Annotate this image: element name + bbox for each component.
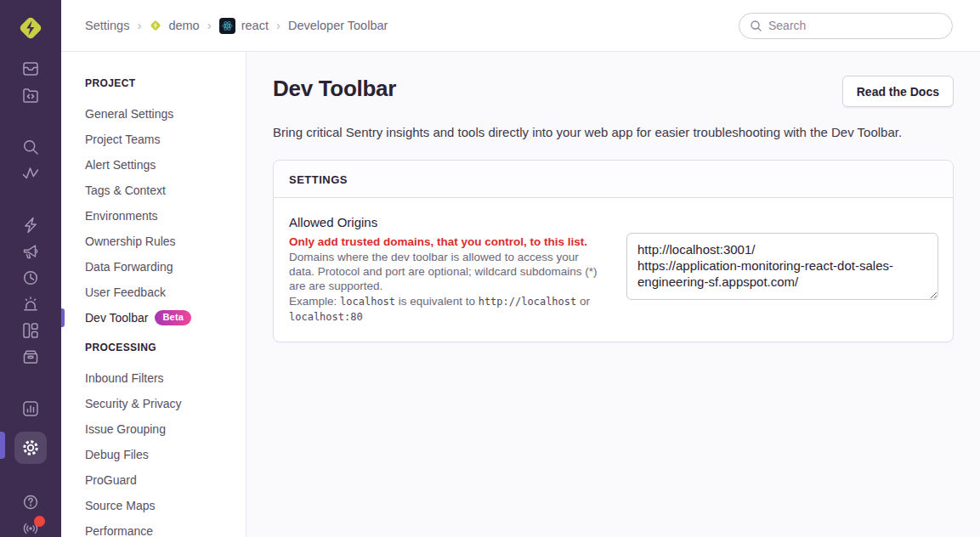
- allowed-origins-textarea[interactable]: http://localhost:3001/ https://applicati…: [626, 233, 938, 300]
- breadcrumb-settings-label: Settings: [85, 19, 129, 32]
- nav-section-project-title: PROJECT: [85, 77, 246, 89]
- breadcrumb-project-label: react: [241, 19, 269, 32]
- notification-dot: [34, 516, 45, 527]
- nav-item-tags-context[interactable]: Tags & Context: [85, 178, 246, 203]
- page-title: Dev Toolbar: [273, 76, 396, 102]
- help-circle-icon[interactable]: [14, 489, 47, 515]
- example-label: Example:: [289, 295, 337, 308]
- explore-search-icon[interactable]: [14, 133, 47, 160]
- alerts-siren-icon[interactable]: [14, 291, 47, 317]
- chevron-right-icon: ›: [207, 19, 212, 31]
- lightning-icon[interactable]: [14, 212, 47, 238]
- nav-item-general-settings[interactable]: General Settings: [85, 101, 246, 127]
- breadcrumb-current-page: Developer Toolbar: [288, 19, 388, 32]
- nav-item-source-maps[interactable]: Source Maps: [85, 493, 246, 518]
- react-platform-icon: [219, 18, 235, 34]
- example-code-localhost: localhost: [340, 296, 395, 308]
- history-clock-icon[interactable]: [14, 264, 47, 291]
- nav-section-processing-title: PROCESSING: [85, 342, 246, 353]
- archive-box-icon[interactable]: [14, 343, 47, 370]
- nav-item-alert-settings[interactable]: Alert Settings: [85, 152, 246, 178]
- breadcrumb: Settings › demo › react › Develo: [85, 18, 388, 34]
- nav-item-project-teams[interactable]: Project Teams: [85, 127, 246, 152]
- nav-item-debug-files[interactable]: Debug Files: [85, 442, 246, 467]
- whats-new-broadcast-icon[interactable]: [14, 515, 47, 537]
- breadcrumb-page-label: Developer Toolbar: [288, 19, 388, 32]
- example-code-localhost-80: localhost:80: [289, 311, 363, 323]
- nav-item-data-forwarding[interactable]: Data Forwarding: [85, 254, 246, 280]
- example-text: is equivalent to: [399, 295, 475, 308]
- nav-item-ownership-rules[interactable]: Ownership Rules: [85, 229, 246, 254]
- nav-item-performance[interactable]: Performance: [85, 518, 246, 537]
- allowed-origins-help: Domains where the dev toolbar is allowed…: [289, 250, 601, 293]
- allowed-origins-example: Example: localhost is equivalent to http…: [289, 294, 601, 325]
- nav-item-environments[interactable]: Environments: [85, 203, 246, 229]
- settings-gear-active-bg: [14, 432, 47, 464]
- org-diamond-icon: [149, 19, 162, 32]
- settings-gear-icon[interactable]: [14, 429, 47, 466]
- settings-panel-header: SETTINGS: [274, 161, 953, 198]
- settings-panel: SETTINGS Allowed Origins Only add truste…: [273, 160, 954, 342]
- allowed-origins-field: Allowed Origins Only add trusted domains…: [274, 198, 953, 342]
- nav-item-dev-toolbar-label: Dev Toolbar: [85, 311, 148, 325]
- top-header: Settings › demo › react › Develo: [61, 0, 980, 52]
- dashboards-grid-icon[interactable]: [14, 317, 47, 343]
- breadcrumb-org[interactable]: demo: [149, 19, 199, 32]
- sidebar-active-indicator: [0, 432, 5, 459]
- primary-sidebar: [0, 0, 61, 537]
- projects-code-folder-icon[interactable]: [14, 82, 47, 108]
- search-box[interactable]: [739, 13, 953, 39]
- nav-item-proguard[interactable]: ProGuard: [85, 467, 246, 493]
- settings-nav: PROJECT General Settings Project Teams A…: [61, 52, 246, 537]
- example-or: or: [580, 295, 590, 308]
- main-content: Dev Toolbar Read the Docs Bring critical…: [246, 52, 980, 537]
- read-the-docs-button[interactable]: Read the Docs: [842, 76, 954, 107]
- traces-line-icon[interactable]: [14, 160, 47, 186]
- chevron-right-icon: ›: [276, 19, 280, 31]
- page-description: Bring critical Sentry insights and tools…: [273, 125, 954, 139]
- breadcrumb-org-label: demo: [168, 19, 199, 32]
- breadcrumb-project[interactable]: react: [219, 18, 269, 34]
- beta-badge: Beta: [155, 310, 191, 325]
- sentry-logo[interactable]: [15, 0, 46, 55]
- breadcrumb-settings[interactable]: Settings: [85, 19, 129, 32]
- nav-item-user-feedback[interactable]: User Feedback: [85, 280, 246, 305]
- nav-item-inbound-filters[interactable]: Inbound Filters: [85, 365, 246, 391]
- stats-bar-chart-icon[interactable]: [14, 395, 47, 421]
- feedback-megaphone-icon[interactable]: [14, 238, 47, 264]
- nav-item-issue-grouping[interactable]: Issue Grouping: [85, 416, 246, 442]
- chevron-right-icon: ›: [137, 19, 141, 31]
- example-code-http-localhost: http://localhost: [479, 296, 577, 308]
- allowed-origins-warning: Only add trusted domains, that you contr…: [289, 235, 601, 249]
- nav-item-security-privacy[interactable]: Security & Privacy: [85, 391, 246, 416]
- issues-icon[interactable]: [14, 55, 47, 82]
- allowed-origins-label: Allowed Origins: [289, 215, 601, 229]
- search-input[interactable]: [768, 19, 942, 32]
- nav-item-dev-toolbar[interactable]: Dev Toolbar Beta: [85, 305, 246, 331]
- search-icon: [750, 20, 762, 32]
